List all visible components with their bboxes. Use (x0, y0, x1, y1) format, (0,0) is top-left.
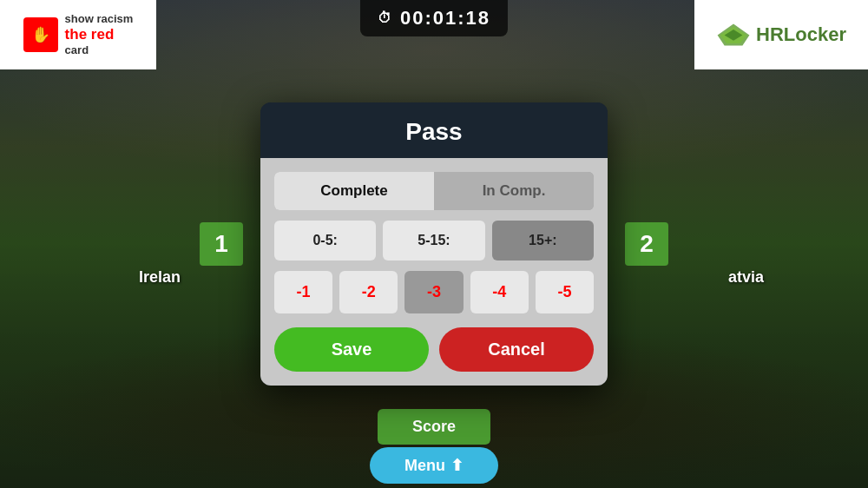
tab-incomplete[interactable]: In Comp. (434, 172, 594, 210)
range-btn-0-5[interactable]: 0-5: (274, 221, 376, 260)
modal-body: Complete In Comp. 0-5: 5-15: 15+: -1 -2 … (260, 158, 608, 386)
action-row: Save Cancel (274, 327, 594, 372)
value-btn-neg4[interactable]: -4 (470, 271, 529, 313)
save-button[interactable]: Save (274, 327, 429, 372)
value-btn-neg1[interactable]: -1 (274, 271, 332, 313)
value-btn-neg5[interactable]: -5 (536, 271, 594, 313)
value-row: -1 -2 -3 -4 -5 (274, 271, 594, 313)
range-row: 0-5: 5-15: 15+: (274, 221, 594, 260)
value-btn-neg3[interactable]: -3 (404, 271, 463, 313)
range-btn-5-15[interactable]: 5-15: (383, 221, 484, 260)
modal-backdrop: Pass Complete In Comp. 0-5: 5-15: 15+: -… (0, 0, 868, 488)
cancel-button[interactable]: Cancel (439, 327, 594, 372)
modal-title: Pass (260, 102, 608, 158)
tab-row: Complete In Comp. (274, 172, 594, 210)
value-btn-neg2[interactable]: -2 (339, 271, 398, 313)
range-btn-15plus[interactable]: 15+: (492, 221, 594, 260)
tab-complete[interactable]: Complete (274, 172, 434, 210)
pass-modal: Pass Complete In Comp. 0-5: 5-15: 15+: -… (260, 102, 608, 386)
